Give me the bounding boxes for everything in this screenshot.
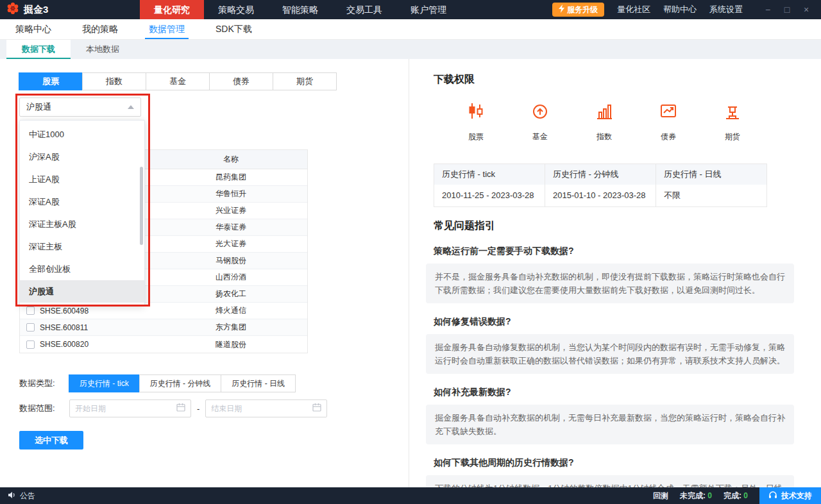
menu-strategy-trading[interactable]: 策略交易 — [204, 0, 268, 19]
dropdown-option-selected[interactable]: 沪股通 — [20, 280, 144, 303]
nav-sdk-download[interactable]: SDK下载 — [212, 19, 256, 39]
asset-category-tabs: 股票 指数 基金 债券 期货 — [19, 72, 337, 90]
perm-header-tick: 历史行情 - tick — [434, 164, 545, 185]
table-row[interactable]: SHSE.600811 东方集团 — [20, 319, 307, 336]
dropdown-option[interactable]: 深证A股 — [20, 190, 144, 213]
tab-local-data[interactable]: 本地数据 — [71, 40, 135, 59]
faq-question: 如何下载其他周期的历史行情数据? — [434, 457, 794, 469]
dropdown-option[interactable]: 上证A股 — [20, 168, 144, 190]
row-checkbox[interactable] — [26, 340, 35, 349]
perm-header-daily: 历史行情 - 日线 — [656, 164, 766, 185]
perm-value-daily: 不限 — [656, 185, 766, 206]
data-type-label: 数据类型: — [19, 378, 69, 389]
perm-value-minute: 2015-01-10 - 2023-03-28 — [545, 185, 656, 206]
app-brand: 掘金3 — [0, 0, 140, 19]
finished-count: 0 — [743, 491, 748, 500]
calendar-icon — [176, 403, 185, 414]
asset-bond: 债券 — [636, 101, 700, 142]
service-upgrade-button[interactable]: 服务升级 — [552, 3, 604, 17]
start-date-field[interactable] — [75, 404, 176, 413]
nav-strategy-center[interactable]: 策略中心 — [12, 19, 55, 39]
row-checkbox[interactable] — [26, 323, 35, 332]
permission-table-values: 2010-11-25 - 2023-03-28 2015-01-10 - 202… — [434, 185, 766, 206]
right-panel: 下载权限 股票 基金 — [409, 59, 821, 487]
asset-type-icons: 股票 基金 指数 — [444, 101, 765, 142]
lightning-icon — [559, 4, 564, 15]
finished-status: 完成: 0 — [724, 491, 748, 501]
data-range-row: 数据范围: - — [19, 399, 327, 417]
close-button[interactable]: × — [797, 0, 816, 19]
futures-icon — [723, 101, 742, 123]
menu-account-management[interactable]: 账户管理 — [396, 0, 461, 19]
permission-table: 历史行情 - tick 历史行情 - 分钟线 历史行情 - 日线 2010-11… — [434, 164, 767, 207]
category-tab-stock[interactable]: 股票 — [19, 72, 83, 90]
faq-question: 策略运行前一定需要手动下载数据? — [434, 246, 794, 257]
headset-icon — [768, 491, 777, 501]
tab-data-download[interactable]: 数据下载 — [6, 40, 71, 59]
dropdown-scrollbar[interactable] — [140, 167, 143, 245]
index-bars-icon — [595, 101, 614, 123]
faq-answer: 掘金服务具备自动补充数据的机制，无需每日补充最新数据，当您的策略运行时，策略会自… — [426, 405, 794, 444]
category-tab-index[interactable]: 指数 — [82, 72, 146, 90]
faq-question: 如何补充最新数据? — [434, 387, 794, 398]
category-tab-bond[interactable]: 债券 — [209, 72, 273, 90]
category-tab-futures[interactable]: 期货 — [273, 72, 337, 90]
data-range-label: 数据范围: — [19, 403, 69, 414]
asset-index: 指数 — [572, 101, 636, 142]
link-help-center[interactable]: 帮助中心 — [663, 4, 697, 15]
tech-support-button[interactable]: 技术支持 — [759, 487, 821, 504]
backtest-label[interactable]: 回测 — [653, 491, 668, 501]
asset-fund: 基金 — [508, 101, 572, 142]
bond-chart-icon — [659, 101, 678, 123]
app-title: 掘金3 — [24, 4, 48, 16]
end-date-input[interactable] — [205, 399, 327, 417]
asset-stock: 股票 — [444, 101, 508, 142]
primary-nav: 策略中心 我的策略 数据管理 SDK下载 — [0, 19, 821, 40]
dropdown-option[interactable]: 深证主板 — [20, 235, 144, 258]
category-tab-fund[interactable]: 基金 — [146, 72, 210, 90]
nav-my-strategies[interactable]: 我的策略 — [78, 19, 122, 39]
unfinished-count: 0 — [707, 491, 712, 500]
fund-icon — [530, 101, 550, 123]
row-checkbox[interactable] — [26, 307, 35, 315]
perm-value-tick: 2010-11-25 - 2023-03-28 — [434, 185, 545, 206]
date-range-separator: - — [197, 404, 199, 414]
data-type-buttons: 历史行情 - tick 历史行情 - 分钟线 历史行情 - 日线 — [69, 374, 296, 392]
link-system-settings[interactable]: 系统设置 — [709, 4, 743, 15]
market-select[interactable]: 沪股通 — [19, 97, 141, 117]
menu-smart-strategy[interactable]: 智能策略 — [268, 0, 332, 19]
dropdown-option[interactable]: 深证主板A股 — [20, 213, 144, 235]
sub-tabs: 数据下载 本地数据 — [0, 40, 821, 59]
data-type-daily-button[interactable]: 历史行情 - 日线 — [221, 374, 296, 392]
faq-title: 常见问题指引 — [434, 219, 794, 233]
menu-trading-tools[interactable]: 交易工具 — [332, 0, 396, 19]
download-selected-button[interactable]: 选中下载 — [19, 431, 83, 449]
dropdown-option[interactable]: 全部创业板 — [20, 258, 144, 280]
statusbar-right: 回测 未完成: 0 完成: 0 技术支持 — [653, 487, 821, 504]
link-quant-community[interactable]: 量化社区 — [617, 4, 650, 15]
window-controls: − □ × — [758, 0, 816, 19]
titlebar: 掘金3 量化研究 策略交易 智能策略 交易工具 账户管理 服务升级 量化社区 帮… — [0, 0, 821, 19]
announcement-button[interactable]: 公告 — [0, 491, 35, 501]
permission-table-header: 历史行情 - tick 历史行情 - 分钟线 历史行情 - 日线 — [434, 164, 766, 185]
maximize-button[interactable]: □ — [777, 0, 797, 19]
faq-section: 常见问题指引 策略运行前一定需要手动下载数据? 并不是，掘金服务具备自动补充数据… — [426, 219, 794, 504]
table-row[interactable]: SHSE.600820 隧道股份 — [20, 336, 307, 353]
minimize-button[interactable]: − — [758, 0, 777, 19]
end-date-field[interactable] — [211, 404, 312, 413]
dropdown-option[interactable]: 中证1000 — [20, 123, 144, 146]
start-date-input[interactable] — [69, 399, 191, 417]
unfinished-status: 未完成: 0 — [680, 491, 712, 501]
top-menu: 量化研究 策略交易 智能策略 交易工具 账户管理 — [140, 0, 461, 19]
menu-quant-research[interactable]: 量化研究 — [140, 0, 204, 19]
data-type-tick-button[interactable]: 历史行情 - tick — [69, 374, 140, 392]
nav-data-management[interactable]: 数据管理 — [145, 19, 189, 39]
market-dropdown-list: 中证1000 沪深A股 上证A股 深证A股 深证主板A股 深证主板 全部创业板 … — [19, 120, 145, 306]
triangle-up-icon — [128, 105, 134, 109]
name-column-header: 名称 — [155, 154, 307, 165]
status-bar: 公告 回测 未完成: 0 完成: 0 技术支持 — [0, 487, 821, 504]
dropdown-option[interactable]: 沪深A股 — [20, 146, 144, 168]
candlestick-icon — [466, 101, 486, 123]
data-type-minute-button[interactable]: 历史行情 - 分钟线 — [139, 374, 222, 392]
perm-header-minute: 历史行情 - 分钟线 — [545, 164, 656, 185]
